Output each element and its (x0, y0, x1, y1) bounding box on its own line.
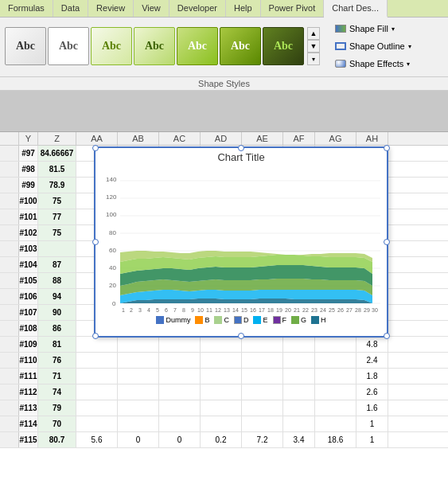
cell-h[interactable]: 1.8 (356, 369, 388, 384)
cell-e[interactable] (242, 369, 283, 384)
cell-dummy[interactable]: 70 (38, 416, 76, 431)
cell-dummy[interactable]: 94 (38, 289, 76, 304)
cell-h[interactable]: 2.6 (356, 384, 388, 400)
cell-id[interactable]: #106 (19, 289, 38, 304)
cell-c[interactable] (159, 384, 201, 400)
cell-f[interactable] (283, 369, 315, 384)
shape-style-5[interactable]: Abc (177, 27, 218, 65)
cell-h[interactable]: 1 (356, 432, 388, 447)
cell-id[interactable]: #103 (19, 241, 38, 256)
cell-id[interactable]: #98 (19, 162, 38, 177)
cell-dummy[interactable]: 79 (38, 400, 76, 416)
scroll-more-button[interactable]: ▾ (307, 53, 320, 65)
cell-dummy[interactable]: 80.7 (38, 432, 76, 447)
table-row[interactable]: #109814.8 (0, 337, 448, 353)
cell-id[interactable]: #110 (19, 353, 38, 368)
cell-dummy[interactable]: 75 (38, 193, 76, 209)
cell-b[interactable]: 0 (118, 432, 159, 447)
scroll-up-button[interactable]: ▲ (307, 27, 320, 40)
cell-h[interactable]: 1.6 (356, 400, 388, 416)
cell-id[interactable]: #102 (19, 225, 38, 240)
tab-view[interactable]: View (134, 0, 169, 17)
cell-a[interactable] (76, 384, 118, 400)
table-row[interactable]: #11580.75.6000.27.23.418.61 (0, 432, 448, 448)
table-row[interactable]: #111711.8 (0, 369, 448, 384)
cell-g[interactable] (315, 416, 356, 431)
cell-dummy[interactable] (38, 241, 76, 256)
cell-c[interactable] (159, 353, 201, 368)
table-row[interactable]: #113791.6 (0, 400, 448, 416)
cell-d[interactable] (201, 353, 242, 368)
table-row[interactable]: #110762.4 (0, 353, 448, 369)
cell-c[interactable] (159, 416, 201, 431)
cell-dummy[interactable]: 87 (38, 257, 76, 272)
cell-h[interactable]: 1 (356, 416, 388, 431)
cell-f[interactable] (283, 353, 315, 368)
cell-d[interactable] (201, 337, 242, 352)
cell-id[interactable]: #104 (19, 257, 38, 272)
cell-c[interactable] (159, 400, 201, 416)
shape-style-4[interactable]: Abc (134, 27, 175, 65)
cell-id[interactable]: #114 (19, 416, 38, 431)
cell-b[interactable] (118, 353, 159, 368)
cell-dummy[interactable]: 86 (38, 321, 76, 336)
resize-handle-tc[interactable] (238, 145, 244, 151)
cell-a[interactable] (76, 416, 118, 431)
cell-a[interactable] (76, 353, 118, 368)
cell-d[interactable]: 0.2 (201, 432, 242, 447)
cell-dummy[interactable]: 84.66667 (38, 146, 76, 161)
cell-h[interactable]: 4.8 (356, 337, 388, 352)
cell-e[interactable]: 7.2 (242, 432, 283, 447)
cell-id[interactable]: #99 (19, 178, 38, 193)
cell-d[interactable] (201, 369, 242, 384)
cell-dummy[interactable]: 76 (38, 353, 76, 368)
cell-dummy[interactable]: 74 (38, 384, 76, 400)
cell-id[interactable]: #115 (19, 432, 38, 447)
cell-id[interactable]: #107 (19, 305, 38, 320)
cell-dummy[interactable]: 81.5 (38, 162, 76, 177)
cell-id[interactable]: #105 (19, 273, 38, 288)
shape-style-6[interactable]: Abc (220, 27, 261, 65)
cell-f[interactable] (283, 416, 315, 431)
cell-b[interactable] (118, 337, 159, 352)
cell-id[interactable]: #97 (19, 146, 38, 161)
cell-f[interactable] (283, 384, 315, 400)
cell-dummy[interactable]: 90 (38, 305, 76, 320)
cell-d[interactable] (201, 416, 242, 431)
cell-b[interactable] (118, 369, 159, 384)
cell-dummy[interactable]: 88 (38, 273, 76, 288)
cell-g[interactable] (315, 400, 356, 416)
resize-handle-mr[interactable] (384, 239, 390, 245)
cell-a[interactable]: 5.6 (76, 432, 118, 447)
resize-handle-bc[interactable] (238, 333, 244, 339)
cell-a[interactable] (76, 400, 118, 416)
tab-data[interactable]: Data (53, 0, 88, 17)
cell-f[interactable]: 3.4 (283, 432, 315, 447)
cell-b[interactable] (118, 400, 159, 416)
resize-handle-bl[interactable] (92, 333, 99, 339)
cell-f[interactable] (283, 400, 315, 416)
shape-style-1[interactable]: Abc (5, 27, 46, 65)
cell-e[interactable] (242, 400, 283, 416)
scroll-down-button[interactable]: ▼ (307, 40, 320, 53)
cell-dummy[interactable]: 75 (38, 225, 76, 240)
cell-d[interactable] (201, 400, 242, 416)
cell-id[interactable]: #108 (19, 321, 38, 336)
resize-handle-tr[interactable] (384, 145, 390, 151)
table-row[interactable]: #112742.6 (0, 384, 448, 400)
cell-id[interactable]: #111 (19, 369, 38, 384)
cell-id[interactable]: #109 (19, 337, 38, 352)
table-row[interactable]: #114701 (0, 416, 448, 432)
tab-help[interactable]: Help (226, 0, 261, 17)
cell-id[interactable]: #100 (19, 193, 38, 209)
tab-review[interactable]: Review (88, 0, 134, 17)
tab-developer[interactable]: Developer (169, 0, 226, 17)
shape-fill-button[interactable]: Shape Fill ▾ (328, 21, 419, 37)
cell-c[interactable] (159, 337, 201, 352)
cell-dummy[interactable]: 77 (38, 209, 76, 224)
cell-dummy[interactable]: 71 (38, 369, 76, 384)
cell-dummy[interactable]: 81 (38, 337, 76, 352)
shape-style-7[interactable]: Abc (263, 27, 304, 65)
cell-e[interactable] (242, 353, 283, 368)
tab-power-pivot[interactable]: Power Pivot (261, 0, 325, 17)
